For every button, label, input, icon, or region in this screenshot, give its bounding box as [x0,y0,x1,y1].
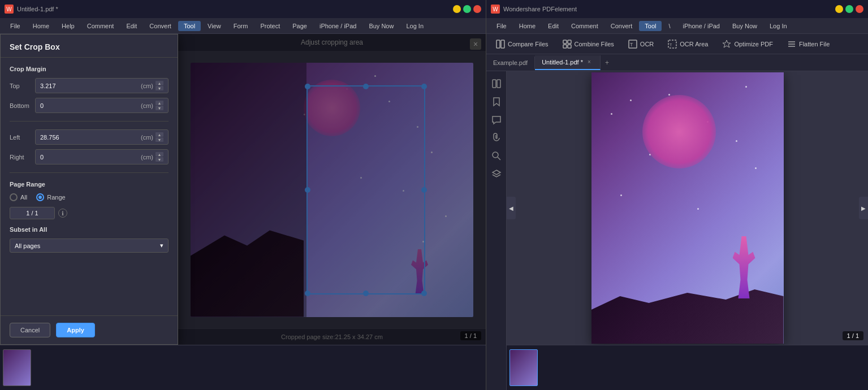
radio-range-circle[interactable] [36,193,44,201]
menu-comment[interactable]: Comment [81,21,120,31]
nav-arrow-right[interactable]: ▶ [859,197,868,219]
sidebar-icon-layers[interactable] [489,166,504,182]
page-info-icon[interactable]: ℹ [58,209,67,218]
optimize-pdf-button[interactable]: Optimize PDF [717,37,777,51]
right-menu-edit[interactable]: Edit [542,21,564,31]
right-menu-bar: File Home Edit Comment Convert Tool \ iP… [486,18,868,34]
top-spin-up[interactable]: ▲ [156,81,163,85]
menu-login[interactable]: Log In [400,21,429,31]
menu-ipad[interactable]: iPhone / iPad [314,21,362,31]
doc-tab-example[interactable]: Example.pdf [486,57,535,69]
maximize-button[interactable] [463,5,471,13]
app-icon: W [5,5,14,14]
right-maximize-button[interactable] [845,5,853,13]
right-menu-home[interactable]: Home [513,21,541,31]
ocr-area-button[interactable]: T OCR Area [663,37,712,51]
page-range-input[interactable]: 1 / 1 [10,207,55,219]
optimize-pdf-icon [722,39,732,49]
menu-form[interactable]: Form [228,21,254,31]
left-spin-down[interactable]: ▼ [156,137,163,142]
compare-files-button[interactable]: Compare Files [491,37,553,51]
subset-section: Subset in All All pages ▾ [10,226,169,253]
dialog-overlay: Set Crop Box Crop Margin Top 3.217 (cm) [0,34,486,345]
subset-dropdown[interactable]: All pages ▾ [10,239,169,253]
cancel-button[interactable]: Cancel [10,323,50,337]
left-input[interactable]: 28.756 (cm) ▲ ▼ [35,129,169,145]
right-pdf-display: ◀ [507,71,868,345]
combine-files-button[interactable]: Combine Files [558,37,619,51]
right-spin-up[interactable]: ▲ [156,152,163,157]
top-input[interactable]: 3.217 (cm) ▲ ▼ [35,78,169,93]
right-input[interactable]: 0 (cm) ▲ ▼ [35,149,169,164]
chevron-down-icon: ▾ [160,242,163,249]
right-menu-ipad[interactable]: iPhone / iPad [677,21,726,31]
sidebar-icon-comments[interactable] [489,112,504,128]
bottom-spin-down[interactable]: ▼ [156,106,163,110]
right-menu-login[interactable]: Log In [764,21,793,31]
menu-view[interactable]: View [202,21,227,31]
doc-tab-untitled[interactable]: Untitled-1.pdf * × [535,55,601,70]
minimize-button[interactable] [453,5,461,13]
page-range-total: / 1 [31,210,38,216]
sidebar-icon-search[interactable] [489,148,504,164]
menu-edit[interactable]: Edit [120,21,142,31]
right-menu-buynow[interactable]: Buy Now [727,21,763,31]
sidebar-icon-pages[interactable] [489,76,504,92]
left-spin-up[interactable]: ▲ [156,132,163,137]
crop-dialog: Set Crop Box Crop Margin Top 3.217 (cm) [0,34,178,345]
radio-all-circle[interactable] [10,193,18,201]
right-menu-file[interactable]: File [491,21,512,31]
right-page-counter: 1 / 1 [843,331,863,340]
radio-all-option[interactable]: All [10,193,27,201]
right-sidebar [486,71,507,390]
svg-rect-4 [563,45,567,48]
right-minimize-button[interactable] [835,5,843,13]
menu-convert[interactable]: Convert [144,21,177,31]
dialog-header: Set Crop Box [1,34,178,58]
ocr-icon: T [628,39,638,49]
thumbnail-1[interactable] [3,349,31,386]
left-value: 28.756 [40,134,59,141]
right-menu-convert[interactable]: Convert [605,21,638,31]
right-spin-down[interactable]: ▼ [156,157,163,162]
menu-buynow[interactable]: Buy Now [363,21,399,31]
menu-home[interactable]: Home [27,21,55,31]
sidebar-icon-attachments[interactable] [489,130,504,146]
page-range-label: Page Range [10,181,169,188]
top-spin-down[interactable]: ▼ [156,86,163,90]
page-range-section: Page Range All Range [10,181,169,219]
top-spinbox[interactable]: ▲ ▼ [156,81,163,90]
right-menu-tool[interactable]: Tool [639,21,662,31]
top-field-row: Top 3.217 (cm) ▲ ▼ [10,78,169,93]
right-close-button[interactable] [856,5,863,13]
menu-help[interactable]: Help [56,21,80,31]
flatten-file-button[interactable]: Flatten File [782,37,834,51]
ocr-button[interactable]: T OCR [623,37,658,51]
doc-tab-close-button[interactable]: × [585,58,593,66]
section-divider-2 [10,172,169,173]
menu-tool[interactable]: Tool [178,21,201,31]
svg-line-16 [498,157,500,160]
bottom-spin-up[interactable]: ▲ [156,101,163,105]
apply-button[interactable]: Apply [56,323,95,337]
doc-tab-add-button[interactable]: + [601,56,614,70]
right-menu-more[interactable]: \ [663,21,676,31]
right-menu-comment[interactable]: Comment [565,21,604,31]
top-unit: (cm) [141,83,153,89]
menu-page[interactable]: Page [287,21,313,31]
sidebar-icon-bookmarks[interactable] [489,94,504,110]
crop-margin-label: Crop Margin [10,66,169,72]
bottom-input[interactable]: 0 (cm) ▲ ▼ [35,98,169,113]
right-thumbnail-1[interactable] [509,349,538,386]
nav-arrow-left[interactable]: ◀ [507,197,516,219]
ocr-label: OCR [640,41,654,47]
left-title: Untitled-1.pdf * [17,6,450,12]
bottom-input-right: (cm) ▲ ▼ [141,101,163,110]
menu-file[interactable]: File [5,21,26,31]
bottom-spinbox[interactable]: ▲ ▼ [156,101,163,110]
menu-protect[interactable]: Protect [254,21,286,31]
right-spinbox[interactable]: ▲ ▼ [156,152,163,162]
radio-range-option[interactable]: Range [36,193,65,201]
close-button[interactable] [473,5,481,13]
left-spinbox[interactable]: ▲ ▼ [156,132,163,142]
